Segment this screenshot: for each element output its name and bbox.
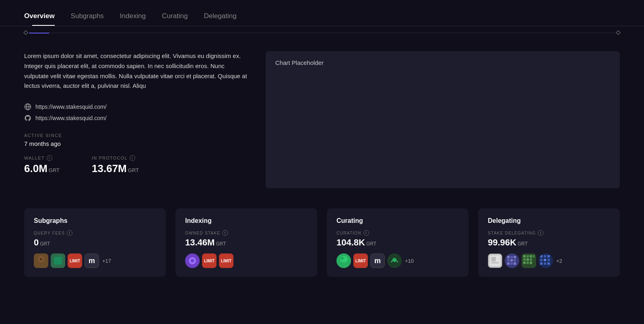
wallet-value: 6.0MGRT xyxy=(24,162,60,175)
github-icon xyxy=(24,114,31,122)
stats-row: WALLET i 6.0MGRT IN PROTOCOL i 13.67MGRT xyxy=(24,155,250,175)
delegating-avatars: +2 xyxy=(488,253,610,268)
svg-rect-22 xyxy=(510,256,513,258)
tab-subgraphs[interactable]: Subgraphs xyxy=(63,8,112,26)
tab-overview[interactable]: Overview xyxy=(24,8,63,26)
avatar-cur-1 xyxy=(336,253,351,268)
curating-card-title: Curating xyxy=(336,217,459,224)
tab-curating[interactable]: Curating xyxy=(154,8,196,26)
svg-rect-34 xyxy=(533,255,535,258)
svg-rect-24 xyxy=(507,259,510,262)
svg-rect-36 xyxy=(526,258,529,261)
links-section: https://www.stakesquid.com/ https://www.… xyxy=(24,103,250,122)
svg-rect-43 xyxy=(544,255,546,258)
subgraphs-card: Subgraphs QUERY FEES i 0GRT xyxy=(24,208,166,277)
timeline xyxy=(0,26,644,39)
wallet-label: WALLET i xyxy=(24,155,60,161)
svg-rect-33 xyxy=(530,255,532,258)
active-since-section: ACTIVE SINCE 7 months ago xyxy=(24,133,250,147)
svg-rect-35 xyxy=(523,258,526,261)
website-url: https://www.stakesquid.com/ xyxy=(35,104,107,110)
svg-rect-39 xyxy=(526,262,529,264)
subgraphs-info-icon[interactable]: i xyxy=(67,230,72,236)
svg-rect-29 xyxy=(514,262,516,265)
indexing-stat-value: 13.46MGRT xyxy=(185,237,308,248)
subgraphs-card-title: Subgraphs xyxy=(34,217,156,224)
svg-rect-25 xyxy=(510,259,513,262)
svg-rect-18 xyxy=(491,257,496,262)
delegating-count: +2 xyxy=(556,258,562,264)
curating-count: +10 xyxy=(405,258,414,264)
description-text: Lorem ipsum dolor sit amet, consectetur … xyxy=(24,51,250,91)
curating-card: Curating CURATION i 104.8KGRT LIMIT m xyxy=(327,208,469,277)
avatar-3: LIMIT xyxy=(68,253,82,268)
indexing-card: Indexing OWNED STAKE i 13.46MGRT LIMIT L… xyxy=(175,208,317,277)
avatar-del-4 xyxy=(539,253,553,268)
tab-delegating[interactable]: Delegating xyxy=(196,8,244,26)
chart-placeholder-text: Chart Placeholder xyxy=(275,59,324,66)
indexing-info-icon[interactable]: i xyxy=(222,230,228,236)
tab-indexing[interactable]: Indexing xyxy=(112,8,154,26)
in-protocol-stat: IN PROTOCOL i 13.67MGRT xyxy=(92,155,139,175)
svg-point-13 xyxy=(340,257,344,260)
avatar-cur-3: m xyxy=(370,253,385,268)
indexing-avatars: LIMIT LIMIT xyxy=(185,253,308,268)
svg-rect-19 xyxy=(491,262,499,264)
avatar-4: m xyxy=(85,253,99,268)
in-protocol-label: IN PROTOCOL i xyxy=(92,155,139,161)
delegating-card-title: Delegating xyxy=(488,217,610,224)
github-link[interactable]: https://www.stakesquid.com/ xyxy=(24,114,250,122)
timeline-active-line xyxy=(29,33,49,33)
svg-point-15 xyxy=(392,258,396,262)
svg-rect-48 xyxy=(540,262,543,265)
svg-rect-47 xyxy=(547,259,550,261)
timeline-dot-left xyxy=(23,30,28,35)
svg-rect-26 xyxy=(514,259,516,262)
svg-rect-21 xyxy=(507,256,510,258)
github-url: https://www.stakesquid.com/ xyxy=(35,115,107,121)
avatar-cur-2: LIMIT xyxy=(353,253,368,268)
in-protocol-value: 13.67MGRT xyxy=(92,162,139,175)
in-protocol-info-icon[interactable]: i xyxy=(130,155,135,161)
nav-tabs: Overview Subgraphs Indexing Curating Del… xyxy=(0,0,644,26)
wallet-info-icon[interactable]: i xyxy=(47,155,52,161)
delegating-stat-label: STAKE DELEGATING i xyxy=(488,230,610,236)
svg-rect-42 xyxy=(540,255,543,258)
indexing-card-title: Indexing xyxy=(185,217,308,224)
globe-icon xyxy=(24,103,31,110)
chart-placeholder: Chart Placeholder xyxy=(266,51,620,188)
curating-stat-label: CURATION i xyxy=(336,230,459,236)
curating-avatars: LIMIT m +10 xyxy=(336,253,459,268)
svg-rect-45 xyxy=(540,259,543,261)
svg-point-10 xyxy=(191,259,194,262)
left-panel: Lorem ipsum dolor sit amet, consectetur … xyxy=(24,51,250,188)
svg-rect-38 xyxy=(523,262,526,264)
subgraphs-count: +17 xyxy=(102,258,111,264)
curating-info-icon[interactable]: i xyxy=(363,230,369,236)
svg-rect-44 xyxy=(547,255,550,258)
avatar-1 xyxy=(34,253,48,268)
right-panel: Chart Placeholder xyxy=(266,51,620,188)
avatar-idx-1 xyxy=(185,253,200,268)
curating-stat-value: 104.8KGRT xyxy=(336,237,459,248)
svg-rect-49 xyxy=(544,262,546,265)
svg-rect-27 xyxy=(507,262,510,265)
website-link[interactable]: https://www.stakesquid.com/ xyxy=(24,103,250,110)
main-content: Lorem ipsum dolor sit amet, consectetur … xyxy=(0,39,644,200)
svg-point-5 xyxy=(39,258,43,261)
svg-rect-31 xyxy=(523,255,526,258)
delegating-info-icon[interactable]: i xyxy=(538,230,543,236)
avatar-del-2 xyxy=(505,253,519,268)
svg-rect-23 xyxy=(514,256,516,258)
delegating-card: Delegating STAKE DELEGATING i 99.96KGRT xyxy=(478,208,620,277)
active-since-label: ACTIVE SINCE xyxy=(24,133,250,138)
delegating-stat-value: 99.96KGRT xyxy=(488,237,610,248)
indexing-stat-label: OWNED STAKE i xyxy=(185,230,308,236)
svg-rect-46 xyxy=(544,259,546,261)
bottom-cards: Subgraphs QUERY FEES i 0GRT xyxy=(0,208,644,293)
subgraphs-avatars: LIMIT m +17 xyxy=(34,253,156,268)
svg-rect-28 xyxy=(510,262,513,265)
svg-rect-37 xyxy=(530,258,532,261)
subgraphs-stat-label: QUERY FEES i xyxy=(34,230,156,236)
avatar-idx-2: LIMIT xyxy=(202,253,217,268)
